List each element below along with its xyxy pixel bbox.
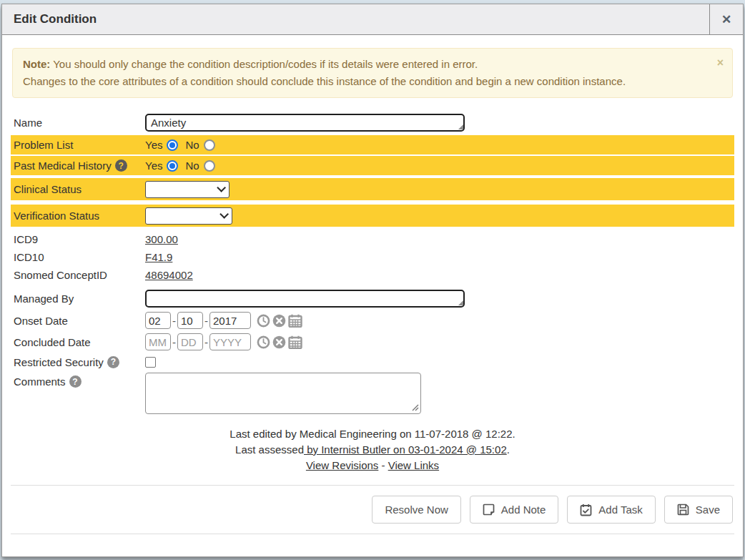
chevron-down-icon [219,210,229,219]
calendar-check-icon [580,503,592,516]
calendar-icon[interactable] [288,335,302,349]
save-button[interactable]: Save [664,496,733,524]
concluded-year-input[interactable] [209,333,251,350]
verification-status-label: Verification Status [14,210,145,222]
help-icon[interactable]: ? [69,375,82,388]
bottom-divider [11,534,734,534]
managed-by-input[interactable] [145,290,465,308]
close-icon: ✕ [721,12,731,27]
link-separator: - [378,459,388,471]
save-label: Save [696,503,720,516]
add-task-button[interactable]: Add Task [567,496,655,524]
clock-icon[interactable] [257,314,270,328]
concluded-month-input[interactable] [145,333,171,350]
dialog-titlebar: Edit Condition ✕ [2,4,743,35]
onset-day-input[interactable] [177,312,203,329]
note-line1: You should only change the condition des… [50,58,478,70]
note-prefix: Note: [23,58,50,70]
problem-list-no-radio[interactable] [204,139,215,151]
problem-list-yes-label: Yes [145,139,162,151]
snomed-label: Snomed ConceptID [14,269,145,281]
name-label: Name [14,117,145,129]
clear-date-icon[interactable] [272,335,286,349]
problem-list-no-label: No [185,139,199,151]
clinical-status-label: Clinical Status [14,183,145,195]
pmh-yes-radio[interactable] [167,160,178,172]
problem-list-yes-radio[interactable] [167,139,178,151]
restricted-security-label: Restricted Security [14,356,104,368]
date-separator: - [172,336,176,348]
add-note-label: Add Note [501,503,546,516]
field-row-clinical-status: Clinical Status [11,178,734,200]
field-row-onset-date: Onset Date - - [11,310,734,331]
onset-year-input[interactable] [209,312,251,329]
comments-label: Comments [14,375,66,388]
field-row-name: Name [11,112,734,132]
clock-icon[interactable] [257,335,270,349]
pmh-yes-label: Yes [145,159,162,172]
onset-date-label: Onset Date [14,315,145,327]
view-links-link[interactable]: View Links [388,459,439,471]
add-note-button[interactable]: Add Note [470,496,559,524]
icd9-link[interactable]: 300.00 [145,233,178,245]
icd9-label: ICD9 [14,233,145,245]
dialog-title: Edit Condition [2,4,709,34]
field-row-problem-list: Problem List Yes No [11,135,734,154]
verification-status-select[interactable] [145,207,232,225]
clear-date-icon[interactable] [272,314,286,328]
field-row-concluded-date: Concluded Date - - [11,331,734,353]
last-assessed-suffix: . [507,443,510,456]
date-separator: - [172,315,176,327]
concluded-day-input[interactable] [177,333,203,350]
last-edited-text: Last edited by Medical Engineering on 11… [11,426,734,442]
restricted-security-checkbox[interactable] [145,357,156,368]
field-row-verification-status: Verification Status [11,205,734,227]
note-text: Note: You should only change the conditi… [23,56,722,90]
note-line2: Changes to the core attributes of a cond… [23,73,722,90]
field-row-restricted-security: Restricted Security ? [11,353,734,371]
resolve-now-button[interactable]: Resolve Now [372,496,460,524]
resize-notch-icon [458,300,463,305]
edit-condition-dialog: Edit Condition ✕ Note: You should only c… [1,4,744,557]
condition-form: Name Problem List Yes No Past Medical Hi… [2,98,743,473]
save-icon [677,503,689,516]
resize-notch-icon [458,124,463,129]
pmh-no-label: No [185,159,199,172]
dismiss-note-button[interactable]: × [717,54,724,72]
problem-list-label: Problem List [14,139,145,151]
last-assessed-prefix: Last assessed [235,443,304,456]
comments-textarea[interactable] [145,373,421,414]
field-row-comments: Comments ? [11,373,734,416]
name-input[interactable] [145,114,465,132]
audit-info: Last edited by Medical Engineering on 11… [11,426,734,473]
resolve-now-label: Resolve Now [385,503,448,516]
view-revisions-link[interactable]: View Revisions [306,459,378,471]
icd10-label: ICD10 [14,251,145,263]
concluded-date-label: Concluded Date [14,336,145,348]
field-row-snomed: Snomed ConceptID 48694002 [11,266,734,284]
pmh-no-radio[interactable] [204,160,215,172]
note-banner: Note: You should only change the conditi… [12,48,733,98]
field-row-managed-by: Managed By [11,287,734,310]
date-separator: - [204,315,208,327]
field-row-icd10: ICD10 F41.9 [11,248,734,266]
help-icon[interactable]: ? [115,159,127,172]
past-medical-history-label: Past Medical History [14,159,112,172]
close-button[interactable]: ✕ [709,4,743,34]
field-row-past-medical-history: Past Medical History ? Yes No [11,156,734,175]
clinical-status-select[interactable] [145,181,230,198]
calendar-icon[interactable] [288,314,302,328]
onset-month-input[interactable] [145,312,171,329]
action-buttons: Resolve Now Add Note Add Task Save [2,486,743,524]
managed-by-label: Managed By [14,293,145,305]
icd10-link[interactable]: F41.9 [145,251,172,263]
note-icon [483,503,495,516]
field-row-icd9: ICD9 300.00 [11,230,734,248]
snomed-link[interactable]: 48694002 [145,269,193,281]
add-task-label: Add Task [598,503,642,516]
chevron-down-icon [217,183,226,192]
last-assessed-text: Last assessed by Internist Butler on 03-… [11,442,734,458]
last-assessed-link[interactable]: by Internist Butler on 03-01-2024 @ 15:0… [304,443,507,456]
help-icon[interactable]: ? [107,356,119,368]
resize-grip-icon[interactable] [412,404,419,411]
